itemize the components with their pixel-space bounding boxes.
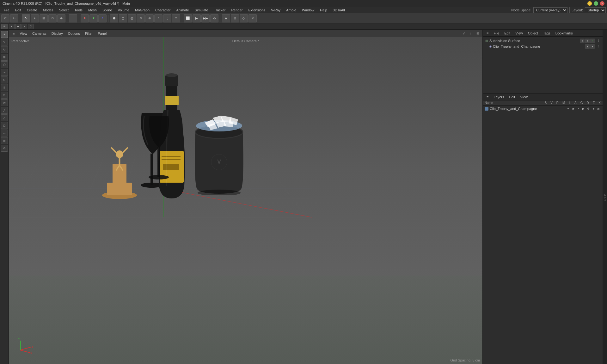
sidebar-spline[interactable]: 〜 [1, 69, 8, 76]
maximize-button[interactable]: □ [594, 1, 598, 6]
sidebar-rotate[interactable]: ↻ [1, 46, 8, 53]
render-all[interactable]: ▶▶ [201, 14, 210, 22]
point-mode[interactable]: • [21, 24, 27, 29]
sidebar-s1[interactable]: S [1, 76, 8, 83]
node-space-select[interactable]: Current (V-Ray) [533, 7, 567, 13]
tool-btn-7[interactable]: ⋮ [163, 14, 171, 22]
rp-tags[interactable]: Tags [541, 31, 552, 35]
layer-icon-anim[interactable]: ▶ [581, 106, 586, 111]
undo-button[interactable]: ↺ [1, 14, 9, 22]
render-view[interactable]: ▶ [193, 14, 201, 22]
menu-mograph[interactable]: MoGraph [132, 8, 152, 13]
layer-row-clio[interactable]: Clio_Trophy_and_Champagne ● ◉ ▪ ▶ ⚙ ◈ ⊠ [483, 106, 603, 112]
sidebar-grid[interactable]: ⊞ [1, 137, 8, 144]
object-mode[interactable]: ▲ [9, 24, 15, 29]
scale-tool[interactable]: ⊞ [40, 14, 48, 22]
obj-vis-eye-2[interactable]: ● [585, 44, 590, 49]
hamburger-menu[interactable]: ≡ [1, 24, 8, 29]
obj-vis-render-2[interactable]: ● [590, 44, 595, 49]
menu-window[interactable]: Window [299, 8, 317, 13]
menu-volume[interactable]: Volume [115, 8, 132, 13]
tool-btn-8[interactable]: ≡ [172, 14, 180, 22]
tool-btn-4[interactable]: ⊙ [137, 14, 145, 22]
menu-tools[interactable]: Tools [72, 8, 85, 13]
rp-view[interactable]: View [513, 31, 525, 35]
add-object-button[interactable]: + [69, 14, 77, 22]
rp-object[interactable]: Object [526, 31, 540, 35]
sidebar-move[interactable]: ✦ [1, 31, 8, 38]
rp-hamburger[interactable]: ≡ [485, 31, 490, 35]
tool-btn-6[interactable]: ☆ [154, 14, 162, 22]
sidebar-line[interactable]: ╱ [1, 107, 8, 114]
vp-icon-1[interactable]: ⤢ [461, 31, 467, 36]
tool-btn-3[interactable]: ◎ [128, 14, 136, 22]
edge-mode[interactable]: ◆ [15, 24, 21, 29]
tool-btn-1[interactable]: ⬟ [110, 14, 118, 22]
layer-icon-exp[interactable]: ⊠ [596, 106, 601, 111]
sidebar-rect[interactable]: ◻ [1, 122, 8, 129]
menu-edit[interactable]: Edit [13, 8, 24, 13]
move-tool[interactable]: ✦ [31, 14, 39, 22]
layers-view[interactable]: View [518, 95, 530, 99]
poly-mode[interactable]: ⬡ [28, 24, 34, 29]
menu-mesh[interactable]: Mesh [86, 8, 99, 13]
rp-edit[interactable]: Edit [502, 31, 512, 35]
vp-icon-3[interactable]: ⊞ [475, 31, 481, 36]
rotate-tool[interactable]: ↻ [48, 14, 57, 22]
menu-modes[interactable]: Modes [40, 8, 56, 13]
sidebar-flat[interactable]: ▭ [1, 130, 8, 136]
light-btn[interactable]: ☀ [248, 14, 257, 22]
vp-menu-display[interactable]: Display [50, 31, 65, 36]
menu-help[interactable]: Help [317, 8, 330, 13]
y-axis-button[interactable]: Y [89, 14, 98, 22]
menu-render[interactable]: Render [229, 8, 245, 13]
x-axis-button[interactable]: X [81, 14, 89, 22]
menu-create[interactable]: Create [24, 8, 40, 13]
menu-arnold[interactable]: Arnold [284, 8, 299, 13]
menu-simulate[interactable]: Simulate [192, 8, 211, 13]
z-axis-button[interactable]: Z [98, 14, 107, 22]
render-region[interactable]: ⬜ [184, 14, 192, 22]
vp-icon-2[interactable]: ↓ [468, 31, 474, 36]
obj-vis-eye[interactable]: ● [580, 39, 585, 43]
sidebar-brush[interactable]: ⊙ [1, 145, 8, 152]
menu-select[interactable]: Select [57, 8, 71, 13]
redo-button[interactable]: ↻ [10, 14, 18, 22]
layers-menu[interactable]: Layers [492, 95, 506, 99]
select-tool[interactable]: ↖ [22, 14, 30, 22]
layer-icon-gen[interactable]: ⚙ [586, 106, 591, 111]
layer-icon-render[interactable]: ▪ [576, 106, 580, 111]
vp-menu-cameras[interactable]: Cameras [30, 31, 48, 36]
menu-spline[interactable]: Spline [100, 8, 115, 13]
rp-file[interactable]: File [492, 31, 501, 35]
layers-edit[interactable]: Edit [507, 95, 517, 99]
transform-tool[interactable]: ⊕ [57, 14, 65, 22]
vp-menu-view[interactable]: View [18, 31, 29, 36]
layout-select[interactable]: Startup [585, 7, 606, 13]
obj-row-clio[interactable]: ◈ Clio_Trophy_and_Champagne ● ● ⋮ [484, 44, 601, 49]
vp-menu-panel[interactable]: Panel [96, 31, 108, 36]
layer-icon-eye[interactable]: ● [566, 106, 570, 111]
tool-btn-5[interactable]: ⊚ [145, 14, 154, 22]
layers-hamburger[interactable]: ≡ [485, 95, 490, 99]
obj-checkmark[interactable]: ✓ [590, 39, 595, 43]
sidebar-poly[interactable]: ⬡ [1, 61, 8, 68]
menu-tracker[interactable]: Tracker [212, 8, 228, 13]
display-mode[interactable]: ◈ [222, 14, 230, 22]
vp-menu-options[interactable]: Options [66, 31, 82, 36]
rp-bookmarks[interactable]: Bookmarks [554, 31, 575, 35]
grid-toggle[interactable]: ⊞ [231, 14, 239, 22]
layer-icon-cam[interactable]: ◉ [571, 106, 575, 111]
obj-row-subdivision[interactable]: ⊞ Subdivision Surface ● ● ✓ ⋮ [484, 38, 601, 44]
menu-vray[interactable]: V-Ray [268, 8, 283, 13]
render-settings[interactable]: ⚙ [210, 14, 218, 22]
menu-file[interactable]: File [1, 8, 12, 13]
viewport-canvas[interactable]: V Perspective Default Camera.* Grid Spac… [9, 37, 482, 364]
sidebar-s3[interactable]: S [1, 92, 8, 99]
vp-menu-hamburger[interactable]: ≡ [11, 31, 16, 36]
sidebar-select[interactable]: ↖ [1, 39, 8, 46]
menu-3dtoall[interactable]: 3DToAll [330, 8, 347, 13]
obj-vis-render[interactable]: ● [585, 39, 590, 43]
tool-btn-2[interactable]: ◻ [119, 14, 127, 22]
close-button[interactable]: ✕ [600, 1, 604, 6]
